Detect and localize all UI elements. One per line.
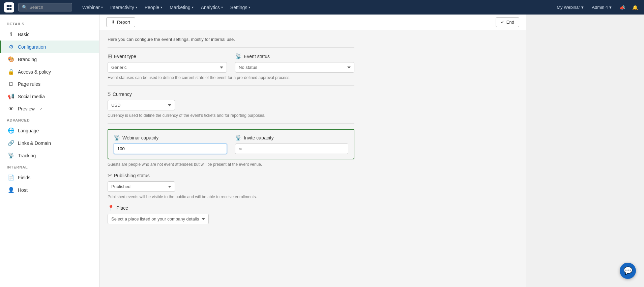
chevron-down-icon: ▾ (248, 5, 250, 9)
chevron-down-icon: ▾ (609, 5, 612, 10)
place-label: 📍 Place (108, 205, 354, 211)
nav-right: My Webinar▾ Admin 4▾ 📣 🔔 (554, 2, 640, 12)
invite-capacity-label: 📡 Invite capacity (235, 134, 348, 141)
event-status-hint: Event statuses can be used to define the… (108, 75, 354, 80)
search-icon: 🔍 (22, 5, 27, 10)
app-logo[interactable] (4, 2, 14, 12)
sidebar-section-internal: INTERNAL (0, 162, 99, 171)
toolbar: ⬇ Report ✓ End (99, 15, 526, 30)
divider-2 (108, 85, 354, 86)
nav-item-marketing[interactable]: Marketing▾ (166, 3, 197, 12)
svg-rect-3 (9, 7, 11, 9)
sidebar-item-preview[interactable]: 👁 Preview ↗ (0, 103, 99, 115)
report-button[interactable]: ⬇ Report (106, 17, 135, 27)
place-section: 📍 Place Select a place listed on your co… (108, 205, 354, 224)
section-description: Here you can configure the event setting… (108, 37, 354, 42)
content-body: Here you can configure the event setting… (99, 30, 362, 231)
bell-icon[interactable]: 🔔 (630, 2, 640, 12)
sidebar-item-fields[interactable]: 📄 Fields (0, 171, 99, 184)
tracking-icon: 📡 (8, 152, 14, 159)
chevron-down-icon: ▾ (136, 5, 137, 9)
nav-item-people[interactable]: People▾ (141, 3, 166, 12)
host-icon: 👤 (8, 187, 14, 193)
chevron-down-icon: ▾ (160, 5, 162, 9)
fields-icon: 📄 (8, 174, 14, 181)
publishing-status-select[interactable]: Published (108, 181, 175, 192)
sidebar-item-host[interactable]: 👤 Host (0, 184, 99, 196)
right-panel (526, 15, 644, 287)
lock-icon: 🔒 (8, 69, 14, 75)
event-type-select[interactable]: Generic (108, 62, 227, 73)
place-select[interactable]: Select a place listed on your company de… (108, 214, 209, 224)
page-icon: 🗒 (8, 81, 14, 87)
sidebar-item-configuration[interactable]: ⚙ Configuration (0, 41, 99, 53)
sidebar: DETAILS ℹ Basic ⚙ Configuration 🎨 Brandi… (0, 15, 99, 287)
sidebar-item-tracking[interactable]: 📡 Tracking (0, 149, 99, 162)
capacity-row: 📡 Webinar capacity 📡 Invite capacity (114, 134, 348, 154)
chat-button[interactable]: 💬 (620, 263, 636, 279)
invite-capacity-input[interactable] (235, 144, 348, 154)
social-icon: 📢 (8, 93, 14, 100)
currency-hint: Currency is used to define the currency … (108, 113, 354, 118)
sidebar-item-language[interactable]: 🌐 Language (0, 124, 99, 137)
checkmark-icon: ✓ (501, 20, 504, 25)
place-icon: 📍 (108, 205, 114, 211)
sidebar-item-access-policy[interactable]: 🔒 Access & policy (0, 66, 99, 78)
capacity-section: 📡 Webinar capacity 📡 Invite capacity (108, 129, 354, 159)
search-placeholder: Search (29, 5, 43, 10)
nav-items: Webinar▾ Interactivity▾ People▾ Marketin… (79, 3, 254, 12)
nav-item-settings[interactable]: Settings▾ (227, 3, 254, 12)
nav-item-interactivity[interactable]: Interactivity▾ (107, 3, 141, 12)
svg-rect-0 (7, 5, 9, 7)
invite-capacity-icon: 📡 (235, 134, 242, 141)
invite-capacity-group: 📡 Invite capacity (235, 134, 348, 154)
webinar-capacity-icon: 📡 (114, 134, 120, 141)
sidebar-item-basic[interactable]: ℹ Basic (0, 28, 99, 41)
sidebar-section-details: DETAILS (0, 19, 99, 28)
chevron-down-icon: ▾ (221, 5, 223, 9)
event-status-label: 📡 Event status (235, 53, 354, 59)
currency-select[interactable]: USD (108, 100, 175, 110)
svg-rect-1 (9, 5, 11, 7)
nav-item-analytics[interactable]: Analytics▾ (198, 3, 226, 12)
report-icon: ⬇ (111, 20, 115, 25)
sidebar-item-links-domain[interactable]: 🔗 Links & Domain (0, 137, 99, 149)
chat-icon: 💬 (623, 266, 633, 275)
sidebar-section-advanced: ADVANCED (0, 115, 99, 124)
top-navigation: 🔍 Search Webinar▾ Interactivity▾ People▾… (0, 0, 644, 15)
currency-icon: $ (108, 91, 111, 97)
publishing-status-section: ✂ Publishing status Published Published … (108, 172, 354, 199)
info-icon: ℹ (8, 31, 14, 37)
end-button[interactable]: ✓ End (496, 17, 519, 27)
event-status-select[interactable]: No status (235, 62, 354, 73)
event-status-group: 📡 Event status No status (235, 53, 354, 73)
main-content: ⬇ Report ✓ End Here you can configure th… (99, 15, 526, 287)
chevron-down-icon: ▾ (581, 5, 584, 10)
divider-3 (108, 123, 354, 124)
webinar-capacity-label: 📡 Webinar capacity (114, 134, 227, 141)
currency-group: $ Currency USD (108, 91, 175, 110)
nav-item-webinar[interactable]: Webinar▾ (79, 3, 106, 12)
sidebar-item-social-media[interactable]: 📢 Social media (0, 90, 99, 103)
sidebar-item-branding[interactable]: 🎨 Branding (0, 53, 99, 66)
my-webinar-menu[interactable]: My Webinar▾ (554, 3, 586, 11)
event-type-status-row: ⊞ Event type Generic 📡 Event status No s… (108, 53, 354, 73)
chevron-down-icon: ▾ (192, 5, 194, 9)
language-icon: 🌐 (8, 127, 14, 134)
divider (108, 47, 354, 48)
svg-rect-2 (7, 7, 9, 9)
webinar-capacity-input[interactable] (114, 144, 227, 154)
publishing-status-icon: ✂ (108, 172, 112, 179)
sidebar-item-page-rules[interactable]: 🗒 Page rules (0, 78, 99, 90)
search-box[interactable]: 🔍 Search (18, 3, 72, 11)
external-link-icon: ↗ (39, 107, 42, 111)
admin-menu[interactable]: Admin 4▾ (589, 3, 614, 11)
event-type-icon: ⊞ (108, 53, 112, 59)
link-icon: 🔗 (8, 140, 14, 146)
capacity-hint: Guests are people who are not event atte… (108, 162, 354, 167)
currency-label: $ Currency (108, 91, 175, 97)
paint-icon: 🎨 (8, 56, 14, 62)
chevron-down-icon: ▾ (101, 5, 103, 9)
event-type-group: ⊞ Event type Generic (108, 53, 227, 73)
notifications-icon[interactable]: 📣 (617, 2, 627, 12)
